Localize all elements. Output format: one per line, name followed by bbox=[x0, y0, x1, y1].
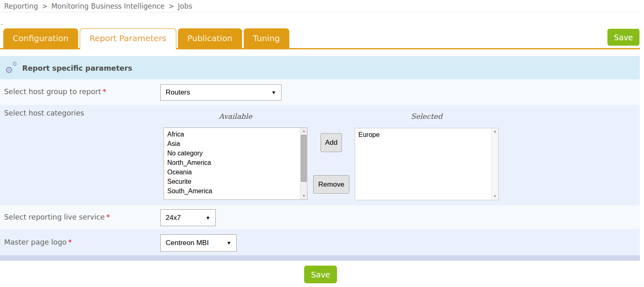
list-item[interactable]: North_America bbox=[167, 158, 307, 167]
host-group-label: Select host group to report* bbox=[4, 88, 106, 96]
master-logo-select-value: Centreon MBI bbox=[166, 239, 209, 247]
required-asterisk: * bbox=[106, 213, 110, 221]
remove-button[interactable]: Remove bbox=[313, 175, 349, 194]
host-group-select-value: Routers bbox=[166, 88, 190, 97]
tab-configuration[interactable]: Configuration bbox=[3, 28, 78, 48]
list-item[interactable]: South_America bbox=[167, 186, 307, 196]
live-service-label: Select reporting live service* bbox=[4, 213, 110, 221]
section-header: ⚙ ⚙ Report specific parameters bbox=[0, 56, 640, 79]
breadcrumb-item-jobs[interactable]: Jobs bbox=[178, 2, 192, 10]
available-listbox[interactable]: Africa Asia No category North_America Oc… bbox=[164, 127, 307, 200]
list-item[interactable]: No category bbox=[167, 148, 307, 158]
scroll-down-icon[interactable]: ▼ bbox=[492, 193, 499, 200]
host-group-select[interactable]: Routers ▼ bbox=[160, 84, 282, 101]
live-service-select-value: 24x7 bbox=[166, 214, 181, 222]
form-row-host-group: Select host group to report* bbox=[0, 79, 640, 105]
list-item[interactable]: Asia bbox=[167, 139, 307, 148]
master-logo-select[interactable]: Centreon MBI ▼ bbox=[160, 234, 237, 252]
list-item[interactable]: Oceania bbox=[167, 167, 307, 177]
tab-tuning[interactable]: Tuning bbox=[244, 28, 289, 48]
save-button-top[interactable]: Save bbox=[607, 29, 639, 46]
tab-bar: Configuration Report Parameters Publicat… bbox=[0, 28, 640, 49]
save-button-bottom[interactable]: Save bbox=[304, 266, 337, 283]
list-item[interactable]: Securite bbox=[167, 177, 307, 186]
scrollbar[interactable]: ▲ ▼ bbox=[491, 128, 498, 200]
footer-strip bbox=[0, 255, 640, 261]
gears-icon: ⚙ ⚙ bbox=[5, 62, 19, 74]
selected-listbox[interactable]: Europe ▲ ▼ bbox=[355, 128, 499, 200]
scrollbar-thumb[interactable] bbox=[301, 135, 307, 182]
form-row-live-service: Select reporting live service* bbox=[0, 206, 640, 229]
breadcrumb-item-monitoring-business-intelligence[interactable]: Monitoring Business Intelligence bbox=[51, 2, 165, 10]
breadcrumb-item-reporting[interactable]: Reporting bbox=[4, 2, 38, 10]
breadcrumb-separator: > bbox=[42, 2, 48, 10]
list-item[interactable]: Europe bbox=[358, 130, 498, 139]
master-logo-label: Master page logo* bbox=[4, 238, 72, 246]
required-asterisk: * bbox=[68, 238, 72, 246]
stray-dot: . bbox=[1, 19, 3, 26]
tab-publication[interactable]: Publication bbox=[178, 28, 242, 48]
scroll-up-icon[interactable]: ▲ bbox=[300, 128, 307, 134]
breadcrumb: Reporting > Monitoring Business Intellig… bbox=[0, 0, 640, 12]
page: Reporting > Monitoring Business Intellig… bbox=[0, 0, 644, 287]
add-button[interactable]: Add bbox=[321, 133, 342, 152]
breadcrumb-separator: > bbox=[169, 2, 174, 10]
scrollbar[interactable]: ▲ ▼ bbox=[300, 128, 307, 199]
chevron-down-icon: ▼ bbox=[271, 90, 276, 95]
host-categories-label: Select host categories bbox=[4, 109, 84, 117]
selected-header: Selected bbox=[355, 112, 499, 120]
list-item[interactable]: Africa bbox=[167, 130, 307, 139]
live-service-select[interactable]: 24x7 ▼ bbox=[160, 209, 216, 226]
chevron-down-icon: ▼ bbox=[226, 240, 231, 246]
available-header: Available bbox=[164, 112, 307, 120]
required-asterisk: * bbox=[103, 88, 106, 96]
scroll-up-icon[interactable]: ▲ bbox=[492, 128, 499, 135]
chevron-down-icon: ▼ bbox=[205, 215, 210, 221]
section-title: Report specific parameters bbox=[22, 64, 132, 72]
form-row-master-logo: Master page logo* bbox=[0, 229, 640, 255]
tab-report-parameters[interactable]: Report Parameters bbox=[80, 28, 176, 49]
scroll-down-icon[interactable]: ▼ bbox=[300, 193, 307, 199]
